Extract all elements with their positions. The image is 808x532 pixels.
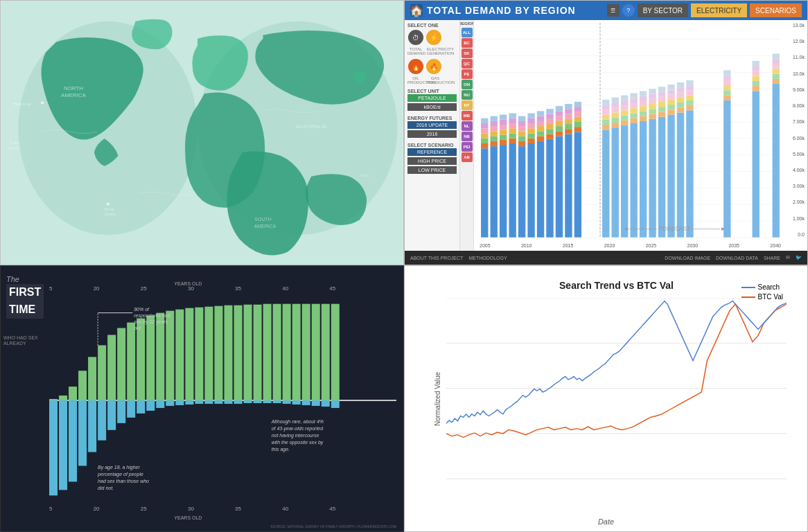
help-icon[interactable]: ? <box>622 4 635 17</box>
svg-rect-173 <box>686 100 693 105</box>
region-nl[interactable]: NL <box>462 121 473 131</box>
region-on[interactable]: ON <box>462 80 473 89</box>
home-icon[interactable]: 🏠 <box>410 4 423 17</box>
methodology-link[interactable]: METHODOLOGY <box>468 256 507 260</box>
total-demand-icon[interactable]: ⏱ <box>408 30 423 45</box>
region-sk[interactable]: SK <box>462 48 473 58</box>
ft-intro: The <box>6 275 19 283</box>
svg-rect-113 <box>602 105 609 109</box>
electricity-btn[interactable]: ELECTRICITY <box>691 3 747 17</box>
svg-rect-163 <box>667 85 674 89</box>
svg-text:with the opposite sex by: with the opposite sex by <box>272 440 324 445</box>
svg-rect-197 <box>773 59 780 64</box>
about-link[interactable]: ABOUT THIS PROJECT <box>410 256 463 260</box>
svg-rect-168 <box>677 92 684 97</box>
region-mb[interactable]: MB <box>462 111 473 121</box>
total-demand-lbl: TOTAL DEMAND <box>407 47 424 55</box>
svg-rect-238 <box>244 305 252 400</box>
scenarios-btn[interactable]: SCENARIOS <box>750 3 802 17</box>
svg-text:Suez: Suez <box>9 141 19 145</box>
svg-rect-84 <box>546 119 553 124</box>
svg-rect-86 <box>546 109 553 114</box>
svg-rect-230 <box>166 311 174 400</box>
svg-rect-74 <box>537 136 544 141</box>
svg-rect-126 <box>621 105 628 110</box>
kboe-btn[interactable]: kBOE/d <box>407 103 457 111</box>
region-pei[interactable]: PEI <box>462 142 473 152</box>
2016-btn[interactable]: 2016 <box>407 130 457 138</box>
svg-rect-71 <box>527 118 534 123</box>
region-nt[interactable]: NT <box>462 100 473 110</box>
svg-rect-99 <box>565 109 572 114</box>
download-data-link[interactable]: DOWNLOAD DATA <box>716 256 758 260</box>
svg-text:15: 15 <box>49 506 53 512</box>
svg-rect-219 <box>59 396 67 400</box>
svg-rect-114 <box>602 100 609 105</box>
svg-rect-100 <box>565 104 572 109</box>
region-bc[interactable]: BC <box>462 38 473 48</box>
svg-rect-135 <box>631 93 638 98</box>
svg-rect-90 <box>556 121 563 126</box>
svg-rect-248 <box>49 400 58 495</box>
share-link[interactable]: SHARE <box>764 256 780 260</box>
svg-rect-254 <box>107 400 116 430</box>
svg-rect-43 <box>491 121 498 126</box>
electricity-icon[interactable]: ⚡ <box>426 30 441 45</box>
high-price-btn[interactable]: HIGH PRICE <box>407 157 457 165</box>
svg-rect-148 <box>649 94 656 99</box>
svg-rect-250 <box>69 400 77 481</box>
2016update-btn[interactable]: 2016 UPDATE <box>407 121 457 129</box>
by-sector-btn[interactable]: BY SECTOR <box>638 3 688 17</box>
email-icon[interactable]: ✉ <box>786 255 790 260</box>
btc-x-axis-label: Date <box>598 517 614 526</box>
svg-rect-191 <box>753 61 759 66</box>
svg-rect-41 <box>491 131 498 136</box>
region-nb[interactable]: NB <box>462 132 473 141</box>
svg-rect-264 <box>204 400 213 404</box>
svg-rect-188 <box>753 76 759 81</box>
svg-text:Tonga: Tonga <box>360 174 369 177</box>
svg-point-13 <box>41 101 44 104</box>
svg-rect-172 <box>686 105 693 110</box>
svg-rect-252 <box>88 400 96 452</box>
low-price-btn[interactable]: LOW PRICE <box>407 166 457 174</box>
region-qc[interactable]: QC <box>462 59 473 69</box>
petajoule-btn[interactable]: PETAJOULE <box>407 94 457 102</box>
energy-title: TOTAL DEMAND BY REGION <box>427 5 576 16</box>
svg-rect-125 <box>621 110 628 115</box>
reference-btn[interactable]: REFERENCE <box>407 148 457 156</box>
svg-rect-62 <box>518 131 525 136</box>
search-legend-line <box>741 287 755 288</box>
energy-footer: ABOUT THIS PROJECT METHODOLOGY DOWNLOAD … <box>405 251 807 265</box>
gas-icon[interactable]: 🔥 <box>426 59 441 74</box>
svg-rect-270 <box>263 400 272 403</box>
svg-rect-42 <box>491 126 498 131</box>
svg-text:SOUTH: SOUTH <box>254 217 271 222</box>
svg-rect-179 <box>723 96 730 100</box>
svg-text:YEARS OLD: YEARS OLD <box>174 515 202 520</box>
svg-rect-67 <box>527 139 534 143</box>
svg-rect-240 <box>263 304 272 400</box>
region-nu[interactable]: NU <box>462 90 473 100</box>
svg-rect-242 <box>283 304 291 400</box>
svg-rect-169 <box>677 87 684 92</box>
svg-rect-187 <box>753 81 759 86</box>
social-icon[interactable]: 🐦 <box>796 255 802 260</box>
svg-rect-48 <box>500 130 507 134</box>
svg-text:25: 25 <box>141 285 147 292</box>
svg-rect-150 <box>658 117 665 238</box>
region-pe[interactable]: PE <box>462 69 473 79</box>
svg-rect-79 <box>537 111 544 116</box>
oil-icon[interactable]: 🔥 <box>408 59 423 74</box>
menu-icon[interactable]: ☰ <box>607 4 620 17</box>
download-image-link[interactable]: DOWNLOAD IMAGE <box>665 256 710 260</box>
search-legend-label: Search <box>758 283 780 291</box>
svg-text:NORTH: NORTH <box>64 85 83 91</box>
energy-chart-area: 13.0k 12.0k 11.0k 10.0k 9.00k 8.00k 7.00… <box>474 20 807 251</box>
svg-rect-171 <box>686 110 693 237</box>
region-ab[interactable]: AB <box>462 152 473 162</box>
svg-rect-275 <box>312 400 320 406</box>
svg-text:Janeiro: Janeiro <box>105 213 116 216</box>
region-all[interactable]: ALL <box>462 28 473 37</box>
svg-rect-65 <box>518 116 525 121</box>
